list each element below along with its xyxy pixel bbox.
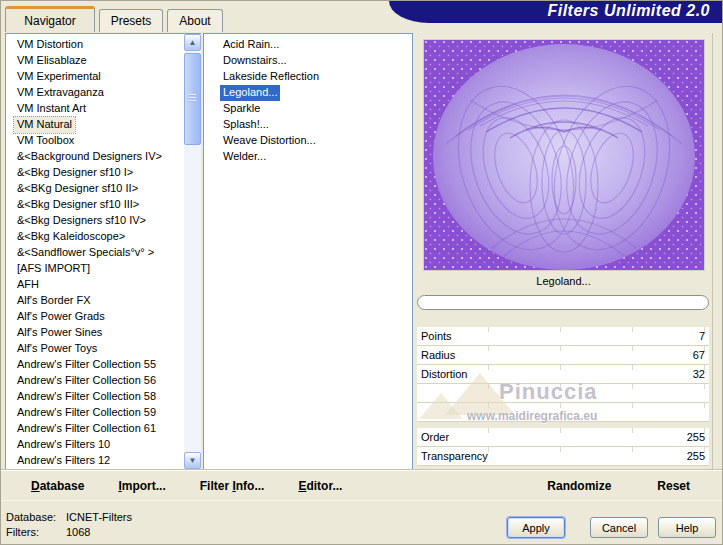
slider-transparency[interactable]: Transparency 255 (417, 447, 709, 465)
slider-order[interactable]: Order 255 (417, 428, 709, 446)
slider-points[interactable]: Points 7 (417, 327, 709, 345)
filter-item[interactable]: Welder... (220, 149, 269, 165)
filter-item[interactable]: Weave Distortion... (220, 133, 319, 149)
status-filters-value: 1068 (66, 525, 132, 540)
filter-info-button-rest: nfo... (236, 479, 265, 493)
scroll-up-icon: ▲ (189, 38, 197, 47)
filter-item[interactable]: Lakeside Reflection (220, 69, 322, 85)
slider-points-label: Points (421, 330, 452, 342)
category-item[interactable]: VM Distortion (14, 37, 86, 53)
scroll-up-button[interactable]: ▲ (184, 34, 201, 51)
category-item[interactable]: VM Extravaganza (14, 85, 107, 101)
editor-button[interactable]: Editor... (298, 479, 342, 493)
slider-distortion[interactable]: Distortion 32 (417, 365, 709, 383)
category-list-scrollbar[interactable]: ▲ ▼ (184, 34, 201, 469)
scroll-down-icon: ▼ (189, 456, 197, 465)
slider-empty-2 (417, 403, 709, 421)
slider-empty-1 (417, 384, 709, 402)
slider-distortion-value: 32 (693, 368, 705, 380)
reset-button[interactable]: Reset (657, 479, 690, 493)
editor-button-rest: ditor... (306, 479, 342, 493)
scrollbar-thumb[interactable] (184, 53, 201, 145)
category-item[interactable]: &<Background Designers IV> (14, 149, 165, 165)
apply-button-label: Apply (522, 522, 550, 534)
slider-radius[interactable]: Radius 67 (417, 346, 709, 364)
slider-order-label: Order (421, 431, 449, 443)
scroll-down-button[interactable]: ▼ (184, 452, 201, 469)
filter-item[interactable]: Splash!... (220, 117, 272, 133)
filters-unlimited-window: Navigator Presets About Filters Unlimite… (0, 0, 723, 545)
filter-preview-image[interactable] (423, 39, 705, 271)
status-database-label: Database: (6, 510, 66, 525)
database-button[interactable]: Database (31, 479, 84, 493)
category-item[interactable]: Andrew's Filter Collection 61 (14, 421, 159, 437)
category-item[interactable]: AFH (14, 277, 42, 293)
filter-item[interactable]: Legoland... (220, 85, 280, 101)
tab-presets[interactable]: Presets (99, 9, 163, 32)
preview-fractal-art (424, 40, 704, 270)
tab-presets-label: Presets (111, 14, 152, 28)
category-item[interactable]: VM Natural (14, 117, 75, 133)
category-item[interactable]: [AFS IMPORT] (14, 261, 93, 277)
category-item[interactable]: &<Bkg Kaleidoscope> (14, 229, 128, 245)
slider-order-value: 255 (687, 431, 705, 443)
category-item[interactable]: VM Experimental (14, 69, 104, 85)
category-item[interactable]: &<Bkg Designer sf10 I> (14, 165, 136, 181)
category-item[interactable]: Andrew's Filter Collection 59 (14, 405, 159, 421)
randomize-button[interactable]: Randomize (547, 479, 611, 493)
category-item[interactable]: VM Toolbox (14, 133, 77, 149)
filter-info-button[interactable]: Filter Info... (200, 479, 265, 493)
tab-about[interactable]: About (167, 9, 223, 32)
category-item[interactable]: &<BKg Designer sf10 II> (14, 181, 141, 197)
category-item[interactable]: Alf's Power Sines (14, 325, 105, 341)
category-item[interactable]: Alf's Border FX (14, 293, 94, 309)
filter-list[interactable]: Acid Rain...Downstairs...Lakeside Reflec… (203, 33, 413, 470)
preview-caption: Legoland... (415, 275, 712, 287)
tab-navigator[interactable]: Navigator (5, 6, 95, 32)
slider-transparency-label: Transparency (421, 450, 488, 462)
slider-distortion-label: Distortion (421, 368, 467, 380)
apply-button[interactable]: Apply (507, 517, 565, 538)
slider-points-value: 7 (699, 330, 705, 342)
tab-strip: Navigator Presets About (1, 1, 391, 32)
randomize-button-label: Randomize (547, 479, 611, 493)
category-item[interactable]: Andrew's Filters 10 (14, 437, 113, 453)
category-item[interactable]: Andrew's Filter Collection 58 (14, 389, 159, 405)
slider-transparency-value: 255 (687, 450, 705, 462)
category-item[interactable]: &<Bkg Designers sf10 IV> (14, 213, 149, 229)
category-item[interactable]: &<Bkg Designer sf10 III> (14, 197, 142, 213)
category-list[interactable]: VM DistortionVM ElisablazeVM Experimenta… (5, 33, 201, 470)
slider-radius-value: 67 (693, 349, 705, 361)
reset-button-label: Reset (657, 479, 690, 493)
category-item[interactable]: Andrew's Filter Collection 56 (14, 373, 159, 389)
cancel-button[interactable]: Cancel (590, 517, 648, 538)
cancel-button-label: Cancel (602, 522, 636, 534)
category-item[interactable]: VM Instant Art (14, 101, 89, 117)
progress-bar (417, 295, 709, 310)
import-button-rest: mport... (122, 479, 166, 493)
tab-navigator-label: Navigator (24, 14, 75, 28)
help-button[interactable]: Help (658, 517, 716, 538)
toolbar-right-group: Randomize Reset (547, 479, 723, 493)
slider-radius-label: Radius (421, 349, 455, 361)
filter-item[interactable]: Acid Rain... (220, 37, 282, 53)
slider-panel: Points 7 Radius 67 Distortion 32 Order (417, 327, 709, 466)
status-filters-label: Filters: (6, 525, 66, 540)
title-bar: Filters Unlimited 2.0 (389, 1, 722, 23)
category-item[interactable]: Alf's Power Toys (14, 341, 100, 357)
category-item[interactable]: Alf's Power Grads (14, 309, 108, 325)
category-item[interactable]: VM Elisablaze (14, 53, 90, 69)
tab-about-label: About (179, 14, 210, 28)
category-item[interactable]: Andrew's Filter Collection 55 (14, 357, 159, 373)
status-area: Database: ICNET-Filters Filters: 1068 (6, 510, 132, 540)
category-item[interactable]: Andrew's Filters 12 (14, 453, 113, 469)
app-title: Filters Unlimited 2.0 (547, 2, 710, 19)
filter-item[interactable]: Downstairs... (220, 53, 290, 69)
import-button[interactable]: Import... (118, 479, 165, 493)
database-button-underline: D (31, 479, 40, 493)
preview-panel: Legoland... Points 7 Radius 67 Distortio… (415, 33, 713, 470)
category-item[interactable]: &<Sandflower Specials°v° > (14, 245, 157, 261)
toolbar: Database Import... Filter Info... Editor… (1, 470, 723, 501)
filter-info-button-pre: Filter (200, 479, 233, 493)
filter-item[interactable]: Sparkle (220, 101, 263, 117)
